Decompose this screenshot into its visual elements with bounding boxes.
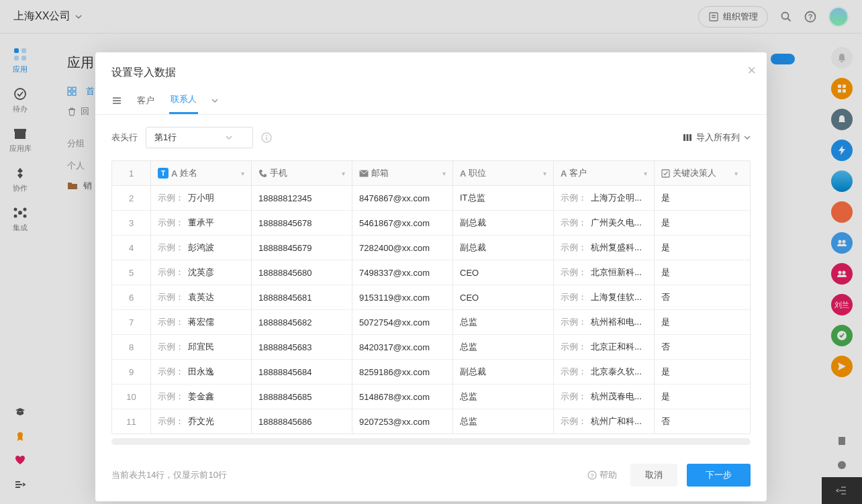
cell-key: 否: [655, 285, 745, 309]
header-row-select[interactable]: 第1行: [146, 127, 253, 148]
table-row: 5示例：沈英彦188888456807498337@xx.comCEO示例：北京…: [112, 260, 750, 285]
cell-name: 示例：董承平: [151, 211, 252, 235]
cell-key: 否: [655, 409, 745, 434]
col-header[interactable]: A 职位 ▾: [453, 161, 554, 185]
svg-text:?: ?: [590, 472, 594, 479]
import-modal: × 设置导入数据 客户 联系人 表头行 第1行 导入所有列 1: [95, 52, 767, 501]
cell-position: 总监: [453, 310, 554, 334]
import-all-button[interactable]: 导入所有列: [683, 132, 751, 144]
checkbox-icon: [661, 169, 670, 178]
cell-email: 8259186@xx.com: [352, 360, 453, 384]
cell-email: 5072754@xx.com: [352, 310, 453, 334]
cell-position: 总监: [453, 385, 554, 409]
cell-customer: 示例：上海复佳软...: [554, 285, 655, 309]
cell-email: 8420317@xx.com: [352, 335, 453, 359]
cell-name: 示例：沈英彦: [151, 260, 252, 285]
cell-customer: 示例：杭州广和科...: [554, 409, 655, 434]
modal-title: 设置导入数据: [111, 66, 751, 80]
modal-tabs: 客户 联系人: [95, 87, 767, 115]
chevron-down-icon: [226, 134, 232, 141]
cell-name: 示例：邱宜民: [151, 335, 252, 359]
help-link[interactable]: ? 帮助: [587, 469, 617, 481]
cell-index: 4: [112, 236, 151, 260]
cell-index: 2: [112, 186, 151, 210]
table-header: 1 T A 姓名 ▾ 手机 ▾ 邮箱 ▾ A: [112, 161, 750, 186]
columns-icon: [683, 133, 692, 142]
table-row: 4示例：彭鸿波188888456797282400@xx.com副总裁示例：杭州…: [112, 236, 750, 260]
chevron-down-icon: ▾: [342, 170, 345, 177]
cell-index: 8: [112, 335, 151, 359]
cell-index: 7: [112, 310, 151, 334]
cell-position: 副总裁: [453, 236, 554, 260]
cell-name: 示例：万小明: [151, 186, 252, 210]
info-icon[interactable]: [261, 132, 272, 143]
tab-customer[interactable]: 客户: [136, 88, 156, 113]
cell-phone: 18888845684: [252, 360, 352, 384]
cell-customer: 示例：上海万企明...: [554, 186, 655, 210]
cell-customer: 示例：北京正和科...: [554, 335, 655, 359]
cell-key: 是: [655, 310, 745, 334]
cell-name: 示例：田永逸: [151, 360, 252, 384]
col-header[interactable]: 邮箱 ▾: [352, 161, 453, 185]
table-row: 10示例：姜金鑫188888456855148678@xx.com总监示例：杭州…: [112, 385, 750, 409]
cell-email: 9207253@xx.com: [352, 409, 453, 434]
cell-index: 3: [112, 211, 151, 235]
cell-phone: 18888845685: [252, 385, 352, 409]
col-index: 1: [112, 161, 151, 185]
table-row: 3示例：董承平188888456785461867@xx.com副总裁示例：广州…: [112, 211, 750, 236]
table-row: 6示例：袁英达188888456819153119@xx.comCEO示例：上海…: [112, 285, 750, 310]
table-row: 11示例：乔文光188888456869207253@xx.com总监示例：杭州…: [112, 409, 750, 434]
col-header[interactable]: 手机 ▾: [252, 161, 352, 185]
col-header[interactable]: 关键决策人 ▾: [655, 161, 745, 185]
cell-customer: 示例：杭州裕和电...: [554, 310, 655, 334]
svg-rect-35: [689, 134, 691, 141]
preview-table: 1 T A 姓名 ▾ 手机 ▾ 邮箱 ▾ A: [111, 160, 751, 434]
chevron-down-icon: ▾: [644, 170, 647, 177]
cell-name: 示例：袁英达: [151, 285, 252, 309]
cancel-button[interactable]: 取消: [630, 464, 677, 487]
horizontal-scrollbar[interactable]: [111, 438, 751, 445]
chevron-down-icon: ▾: [241, 170, 244, 177]
chevron-down-icon: ▾: [442, 170, 446, 177]
cell-email: 5148678@xx.com: [352, 385, 453, 409]
cell-key: 否: [655, 335, 745, 359]
cell-phone: 18888845682: [252, 310, 352, 334]
import-all-label: 导入所有列: [696, 132, 740, 144]
cell-email: 9153119@xx.com: [352, 285, 453, 309]
tab-contact[interactable]: 联系人: [169, 87, 198, 114]
close-icon[interactable]: ×: [747, 62, 756, 79]
col-header[interactable]: A 客户 ▾: [554, 161, 655, 185]
title-badge: T: [158, 168, 169, 179]
cell-key: 是: [655, 385, 745, 409]
cell-name: 示例：姜金鑫: [151, 385, 252, 409]
cell-position: 副总裁: [453, 211, 554, 235]
tab-dropdown[interactable]: [211, 97, 218, 104]
cell-position: CEO: [453, 285, 554, 309]
header-row-label: 表头行: [111, 132, 138, 144]
cell-position: 总监: [453, 409, 554, 434]
table-row: 7示例：蒋宏儒188888456825072754@xx.com总监示例：杭州裕…: [112, 310, 750, 335]
cell-phone: 18888845686: [252, 409, 352, 434]
next-button[interactable]: 下一步: [687, 464, 751, 487]
cell-key: 是: [655, 236, 745, 260]
cell-index: 9: [112, 360, 151, 384]
cell-index: 5: [112, 260, 151, 285]
svg-rect-33: [683, 134, 685, 141]
chevron-down-icon: ▾: [734, 170, 738, 177]
cell-phone: 18888812345: [252, 186, 352, 210]
list-icon[interactable]: [111, 89, 122, 113]
table-row: 2示例：万小明188888123458476867@xx.comIT总监示例：上…: [112, 186, 750, 211]
col-header[interactable]: T A 姓名 ▾: [151, 161, 252, 185]
text-type-icon: A: [171, 168, 177, 179]
cell-customer: 示例：广州美久电...: [554, 211, 655, 235]
cell-phone: 18888845683: [252, 335, 352, 359]
cell-position: CEO: [453, 260, 554, 285]
cell-email: 5461867@xx.com: [352, 211, 453, 235]
chevron-down-icon: ▾: [543, 170, 546, 177]
cell-customer: 示例：北京泰久软...: [554, 360, 655, 384]
cell-key: 是: [655, 211, 745, 235]
cell-position: 总监: [453, 335, 554, 359]
cell-name: 示例：蒋宏儒: [151, 310, 252, 334]
cell-email: 7498337@xx.com: [352, 260, 453, 285]
cell-key: 是: [655, 360, 745, 384]
